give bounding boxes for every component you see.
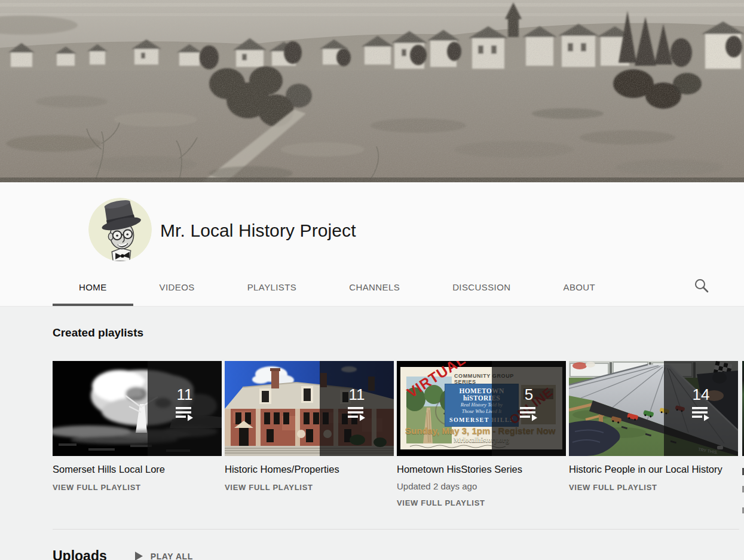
playlist-thumbnail[interactable]: TRY THIS. 14: [569, 361, 738, 456]
playlist-video-count: 14: [693, 386, 710, 403]
section-divider: [53, 529, 739, 530]
view-full-playlist-link[interactable]: VIEW FULL PLAYLIST: [53, 483, 222, 492]
channel-search-button[interactable]: [694, 278, 709, 293]
playlist-count-overlay: 11: [320, 361, 394, 456]
playlist-updated-label: Updated 2 days ago: [397, 481, 566, 491]
created-playlists-row: 11 Somerset Hills Local Lore VIEW FULL P…: [53, 361, 738, 507]
view-full-playlist-link[interactable]: VIEW FULL PLAYLIST: [225, 483, 394, 492]
play-icon: [135, 552, 143, 560]
playlist-icon: [520, 407, 538, 423]
playlist-thumbnail[interactable]: 11: [53, 361, 222, 456]
uploads-section-header: Uploads PLAY ALL: [53, 548, 193, 560]
play-all-label: PLAY ALL: [151, 552, 193, 560]
channel-tabs: HOME VIDEOS PLAYLISTS CHANNELS DISCUSSIO…: [53, 271, 621, 306]
tab-discussion[interactable]: DISCUSSION: [426, 271, 537, 306]
channel-home-content: Created playlists: [0, 307, 744, 560]
view-full-playlist-link[interactable]: VIEW FULL PLAYLIST: [397, 498, 566, 507]
playlist-video-count: 11: [349, 386, 365, 403]
playlist-count-overlay: 11: [148, 361, 222, 456]
playlist-title[interactable]: Somerset Hills Local Lore: [53, 463, 222, 476]
playlist-icon: [176, 407, 194, 423]
playlist-icon: [348, 407, 366, 423]
playlist-count-overlay: 14: [664, 361, 738, 456]
tab-about[interactable]: ABOUT: [537, 271, 621, 306]
playlist-card-historic-people: TRY THIS. 14 Historic People in our Loca…: [569, 361, 738, 507]
banner-vintage-town-photo: [0, 0, 744, 182]
playlist-title[interactable]: Hometown HisStories Series: [397, 463, 566, 476]
playlist-card-hometown-hisstories: VIRTUAL COMMUNITY GROUP SERIES HOMETOWN …: [397, 361, 566, 507]
playlist-title[interactable]: Historic People in our Local History: [569, 463, 738, 476]
created-playlists-heading: Created playlists: [53, 326, 143, 339]
tab-videos[interactable]: VIDEOS: [133, 271, 221, 306]
playlist-title[interactable]: Historic Homes/Properties: [225, 463, 394, 476]
tab-channels[interactable]: CHANNELS: [323, 271, 426, 306]
playlist-thumbnail[interactable]: 11: [225, 361, 394, 456]
tab-playlists[interactable]: PLAYLISTS: [221, 271, 323, 306]
playlist-count-overlay: 5: [492, 361, 566, 456]
tab-home[interactable]: HOME: [53, 271, 133, 306]
channel-banner: [0, 0, 744, 182]
search-icon: [694, 278, 709, 293]
playlist-video-count: 11: [177, 386, 193, 403]
playlist-card-historic-homes: 11 Historic Homes/Properties VIEW FULL P…: [225, 361, 394, 507]
playlist-card-somerset-lore: 11 Somerset Hills Local Lore VIEW FULL P…: [53, 361, 222, 507]
view-full-playlist-link[interactable]: VIEW FULL PLAYLIST: [569, 483, 738, 492]
channel-header: Mr. Local History Project HOME VIDEOS PL…: [0, 182, 744, 307]
channel-avatar: [88, 198, 152, 261]
channel-page: Mr. Local History Project HOME VIDEOS PL…: [0, 0, 744, 560]
playlist-video-count: 5: [525, 386, 533, 403]
play-all-button[interactable]: PLAY ALL: [135, 552, 193, 560]
channel-name: Mr. Local History Project: [160, 221, 356, 241]
uploads-heading: Uploads: [53, 548, 107, 560]
avatar-cartoon-man-top-hat-icon: [88, 198, 152, 261]
playlist-icon: [692, 407, 710, 423]
playlist-thumbnail[interactable]: VIRTUAL COMMUNITY GROUP SERIES HOMETOWN …: [397, 361, 566, 456]
